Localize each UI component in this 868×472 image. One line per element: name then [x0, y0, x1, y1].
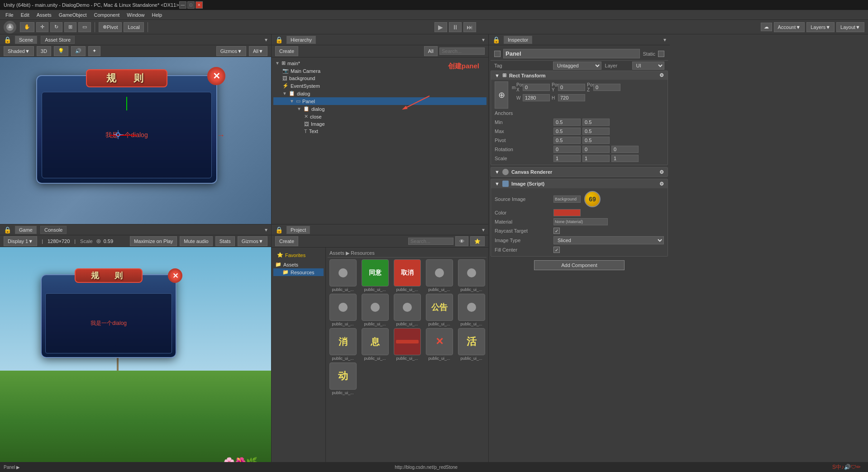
asset-item-2[interactable]: 同意 public_ui_... [360, 259, 390, 292]
tag-dropdown[interactable]: Untagged [553, 62, 601, 70]
layer-dropdown[interactable]: UI [632, 62, 664, 70]
hierarchy-search-input[interactable] [439, 48, 485, 55]
rotation-z-input[interactable] [611, 146, 639, 153]
anchor-max-y-input[interactable] [582, 128, 610, 135]
scale-y-input[interactable] [582, 155, 610, 162]
menu-file[interactable]: File [2, 11, 17, 19]
rotate-tool-btn[interactable]: ↻ [50, 22, 62, 32]
tree-item-dialog-child[interactable]: ▼ 📋 dialog [273, 105, 486, 113]
rect-transform-header[interactable]: ▼ ⊞ Rect Transform ⚙ [491, 71, 668, 80]
scene-light-btn[interactable]: 💡 [54, 46, 68, 56]
project-folder-resources[interactable]: 📁 Resources [273, 268, 324, 276]
asset-item-5[interactable]: public_ui_... [456, 259, 486, 292]
inspector-lock-icon[interactable]: 🔒 [492, 36, 500, 43]
game-collapse-btn[interactable]: ▾ [265, 227, 267, 233]
asset-item-3[interactable]: 取消 public_ui_... [392, 259, 422, 292]
maximize-btn[interactable]: □ [187, 1, 195, 9]
width-input[interactable] [523, 94, 550, 101]
step-btn[interactable]: ⏭ [463, 22, 476, 32]
rect-tool-btn[interactable]: ▭ [78, 22, 91, 32]
menu-assets[interactable]: Assets [33, 11, 55, 19]
pos-y-input[interactable] [558, 84, 585, 91]
hierarchy-lock-icon[interactable]: 🔒 [275, 36, 283, 43]
asset-item-13[interactable]: public_ui_... [392, 328, 422, 361]
anchor-min-x-input[interactable] [553, 119, 581, 126]
inspector-tab[interactable]: Inspector [504, 36, 532, 44]
canvas-renderer-settings-icon[interactable]: ⚙ [659, 169, 664, 175]
add-component-btn[interactable]: Add Component [534, 260, 625, 270]
rotation-x-input[interactable] [553, 146, 581, 153]
pivot-y-input[interactable] [582, 137, 610, 144]
menu-component[interactable]: Component [90, 11, 123, 19]
scale-tool-btn[interactable]: ⊞ [64, 22, 76, 32]
play-btn[interactable]: ▶ [434, 22, 447, 32]
asset-item-7[interactable]: public_ui_... [360, 294, 390, 326]
game-gizmos-btn[interactable]: Gizmos▼ [238, 236, 267, 246]
project-eye-btn[interactable]: 👁 [455, 236, 468, 246]
pause-btn[interactable]: ⏸ [449, 22, 462, 32]
tree-item-close[interactable]: ✕ close [273, 113, 486, 120]
asset-item-12[interactable]: 息 public_ui_... [360, 328, 390, 361]
image-script-settings-icon[interactable]: ⚙ [659, 181, 664, 187]
game-dialog-close-btn[interactable]: ✕ [168, 268, 182, 283]
console-tab[interactable]: Console [40, 226, 67, 234]
anchor-max-x-input[interactable] [553, 128, 581, 135]
gameobj-name-input[interactable] [503, 49, 640, 58]
minimize-btn[interactable]: — [179, 1, 186, 9]
color-preview[interactable] [553, 209, 581, 216]
scale-z-input[interactable] [611, 155, 639, 162]
gizmos-btn[interactable]: Gizmos▼ [216, 46, 246, 56]
tree-item-main-camera[interactable]: 📷 Main Camera [273, 67, 486, 75]
height-input[interactable] [558, 94, 585, 101]
hierarchy-tab[interactable]: Hierarchy [286, 36, 316, 44]
game-tab[interactable]: Game [15, 226, 37, 234]
scene-lock-icon[interactable]: 🔒 [4, 36, 11, 43]
canvas-renderer-header[interactable]: ▼ Canvas Renderer ⚙ [491, 167, 668, 176]
account-btn[interactable]: Account ▼ [774, 22, 805, 32]
tree-item-dialog-root[interactable]: ▼ 📋 dialog [273, 90, 486, 97]
source-image-preview[interactable]: Background [553, 195, 581, 203]
asset-item-14[interactable]: ✕ public_ui_... [424, 328, 454, 361]
menu-gameobject[interactable]: GameObject [55, 11, 91, 19]
mute-btn[interactable]: Mute audio [180, 236, 212, 246]
scale-x-input[interactable] [553, 155, 581, 162]
asset-item-8[interactable]: public_ui_... [392, 294, 422, 326]
game-dialog[interactable]: 规 则 ✕ 我是一个dialog [41, 274, 176, 358]
menu-window[interactable]: Window [123, 11, 148, 19]
project-folder-assets[interactable]: 📁 Assets [273, 261, 324, 268]
tree-item-background[interactable]: 🖼 background [273, 75, 486, 82]
asset-item-11[interactable]: 消 public_ui_... [328, 328, 358, 361]
scene-3d-btn[interactable]: 3D [37, 46, 51, 56]
pivot-btn[interactable]: ⊕ Pivot [99, 22, 122, 32]
shaded-btn[interactable]: Shaded▼ [4, 46, 34, 56]
hand-tool-btn[interactable]: ✋ [20, 22, 34, 32]
menu-help[interactable]: Help [148, 11, 166, 19]
asset-item-16[interactable]: 动 public_ui_... [328, 362, 358, 395]
raycast-checkbox[interactable]: ✓ [553, 228, 560, 234]
cloud-btn[interactable]: ☁ [761, 23, 772, 31]
gameobj-active-checkbox[interactable] [494, 51, 501, 57]
project-star-btn[interactable]: ⭐ [470, 236, 485, 246]
material-preview[interactable]: None (Material) [553, 218, 608, 225]
maximize-on-play-btn[interactable]: Maximize on Play [130, 236, 177, 246]
anchor-min-y-input[interactable] [582, 119, 610, 126]
asset-item-15[interactable]: 活 public_ui_... [456, 328, 486, 361]
static-checkbox[interactable] [658, 51, 664, 57]
close-btn[interactable]: ✕ [196, 1, 203, 9]
project-search-input[interactable] [408, 238, 453, 245]
rotation-y-input[interactable] [582, 146, 610, 153]
project-lock-icon[interactable]: 🔒 [275, 226, 283, 234]
menu-edit[interactable]: Edit [17, 11, 33, 19]
layers-btn[interactable]: Layers ▼ [806, 22, 835, 32]
image-script-header[interactable]: ▼ Image (Script) ⚙ [491, 179, 668, 188]
scene-dialog[interactable]: 规 则 ✕ 我是一个dialog [36, 75, 217, 184]
tree-item-image[interactable]: 🖼 Image [273, 120, 486, 128]
rect-transform-settings-icon[interactable]: ⚙ [659, 72, 664, 78]
move-tool-btn[interactable]: ✛ [36, 22, 48, 32]
hierarchy-create-btn[interactable]: Create [275, 46, 298, 56]
transform-center-handle[interactable] [114, 130, 123, 140]
asset-item-10[interactable]: public_ui_... [456, 294, 486, 326]
anchor-diagram-btn[interactable]: ⊕ [495, 81, 508, 109]
scene-all-btn[interactable]: All▼ [249, 46, 267, 56]
game-display-btn[interactable]: Display 1▼ [4, 236, 37, 246]
